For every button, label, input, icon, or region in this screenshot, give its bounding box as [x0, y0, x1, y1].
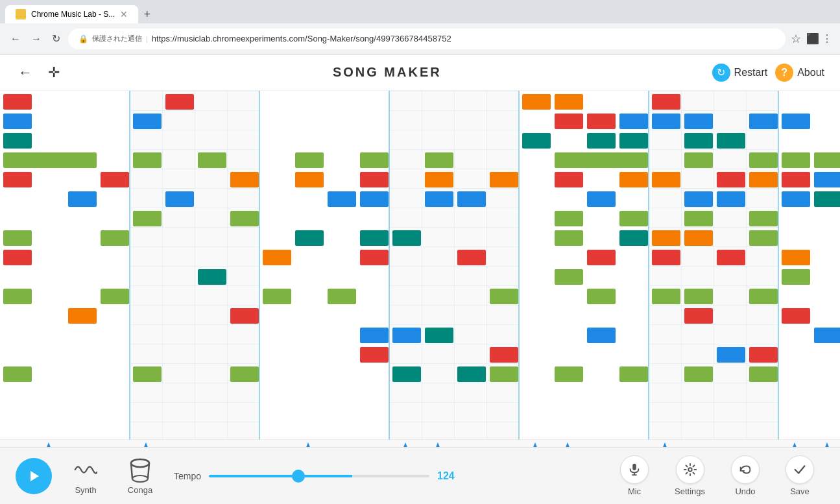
save-button[interactable]: Save — [775, 450, 824, 501]
synth-button[interactable]: Synth — [65, 454, 106, 498]
forward-button[interactable]: → — [29, 30, 44, 47]
new-tab-button[interactable]: + — [138, 5, 156, 24]
svg-rect-39 — [230, 211, 259, 226]
tab-favicon — [16, 9, 26, 19]
svg-rect-111 — [717, 250, 745, 265]
restart-label: Restart — [734, 67, 768, 78]
svg-rect-54 — [490, 289, 518, 304]
svg-rect-109 — [619, 230, 648, 246]
back-button[interactable]: ← — [8, 30, 23, 47]
svg-rect-51 — [101, 289, 129, 304]
drum-icon — [127, 457, 153, 483]
save-label: Save — [790, 486, 810, 496]
svg-rect-60 — [360, 347, 389, 363]
extensions-icon[interactable]: ⬛ — [806, 32, 819, 45]
svg-rect-17 — [133, 114, 162, 129]
play-button[interactable] — [16, 458, 52, 494]
svg-rect-98 — [782, 191, 810, 207]
svg-rect-123 — [717, 347, 745, 363]
tempo-slider[interactable] — [209, 475, 429, 477]
svg-rect-56 — [230, 308, 259, 324]
svg-rect-43 — [360, 230, 389, 246]
tempo-value: 124 — [437, 470, 461, 482]
svg-rect-107 — [749, 230, 778, 246]
svg-rect-88 — [619, 172, 648, 187]
svg-rect-47 — [360, 250, 389, 265]
svg-rect-19 — [3, 152, 97, 168]
conga-label: Conga — [128, 485, 152, 495]
bottom-controls: Synth Conga Tempo 124 — [0, 447, 840, 504]
song-grid-area[interactable] — [0, 91, 840, 447]
svg-rect-89 — [652, 172, 680, 187]
svg-rect-65 — [392, 366, 421, 382]
undo-button[interactable]: Undo — [721, 450, 770, 501]
svg-rect-53 — [328, 289, 356, 304]
svg-rect-127 — [684, 366, 713, 382]
song-grid-svg[interactable] — [0, 91, 840, 447]
browser-toolbar: ☆ ⬛ ⋮ — [791, 32, 832, 46]
tempo-label: Tempo — [174, 471, 201, 481]
svg-rect-81 — [749, 114, 778, 129]
svg-rect-106 — [684, 230, 713, 246]
lock-icon: 🔒 — [78, 34, 88, 43]
settings-button[interactable]: Settings — [664, 450, 715, 501]
svg-point-209 — [132, 475, 148, 482]
svg-rect-128 — [749, 366, 778, 382]
svg-rect-8 — [649, 91, 778, 441]
svg-rect-103 — [749, 211, 778, 226]
back-to-home-button[interactable]: ← — [16, 62, 35, 84]
svg-rect-78 — [652, 94, 680, 110]
conga-button[interactable]: Conga — [119, 454, 161, 498]
move-button[interactable]: ✛ — [45, 62, 62, 84]
tab-title: Chrome Music Lab - S... — [31, 10, 115, 19]
block[interactable] — [165, 94, 194, 110]
svg-rect-126 — [619, 366, 648, 382]
svg-rect-22 — [295, 152, 324, 168]
svg-rect-73 — [587, 133, 616, 149]
reload-button[interactable]: ↻ — [49, 30, 63, 47]
svg-rect-108 — [587, 250, 616, 265]
header-left: ← ✛ — [16, 62, 62, 84]
menu-icon[interactable]: ⋮ — [822, 32, 832, 45]
tab-bar: Chrome Music Lab - S... ✕ + — [0, 0, 840, 23]
mic-button[interactable]: Mic — [610, 450, 659, 501]
svg-rect-90 — [555, 172, 583, 187]
svg-rect-121 — [814, 328, 840, 343]
svg-point-206 — [131, 459, 149, 467]
tab-close-btn[interactable]: ✕ — [120, 9, 128, 19]
svg-rect-104 — [555, 230, 583, 246]
address-bar: ← → ↻ 🔒 保護された通信 | https://musiclab.chrom… — [0, 23, 840, 54]
svg-rect-9 — [778, 91, 840, 441]
svg-rect-61 — [490, 347, 518, 363]
svg-rect-21 — [198, 152, 226, 168]
save-icon — [786, 455, 814, 484]
svg-rect-5 — [259, 91, 389, 441]
svg-rect-29 — [360, 172, 389, 187]
wave-icon — [73, 457, 99, 483]
block[interactable] — [3, 94, 32, 110]
svg-rect-36 — [425, 191, 453, 207]
svg-rect-49 — [198, 269, 226, 285]
svg-rect-34 — [328, 191, 356, 207]
svg-rect-79 — [684, 133, 713, 149]
svg-rect-20 — [133, 152, 162, 168]
url-bar[interactable]: 🔒 保護された通信 | https://musiclab.chromeexper… — [68, 29, 786, 49]
svg-rect-33 — [165, 191, 194, 207]
svg-rect-105 — [652, 230, 680, 246]
svg-rect-69 — [555, 94, 583, 110]
svg-rect-24 — [425, 152, 453, 168]
secure-label: 保護された通信 — [92, 34, 142, 43]
bookmark-icon[interactable]: ☆ — [791, 32, 801, 46]
svg-rect-97 — [717, 191, 745, 207]
svg-rect-59 — [425, 328, 453, 343]
svg-rect-30 — [425, 172, 453, 187]
svg-rect-31 — [490, 172, 518, 187]
svg-rect-35 — [360, 191, 389, 207]
svg-rect-66 — [457, 366, 486, 382]
svg-rect-96 — [684, 191, 713, 207]
mic-icon — [620, 455, 649, 484]
svg-rect-76 — [652, 114, 680, 129]
restart-button[interactable]: ↻ Restart — [712, 64, 768, 82]
active-tab[interactable]: Chrome Music Lab - S... ✕ — [5, 5, 138, 23]
about-button[interactable]: ? About — [775, 64, 824, 82]
